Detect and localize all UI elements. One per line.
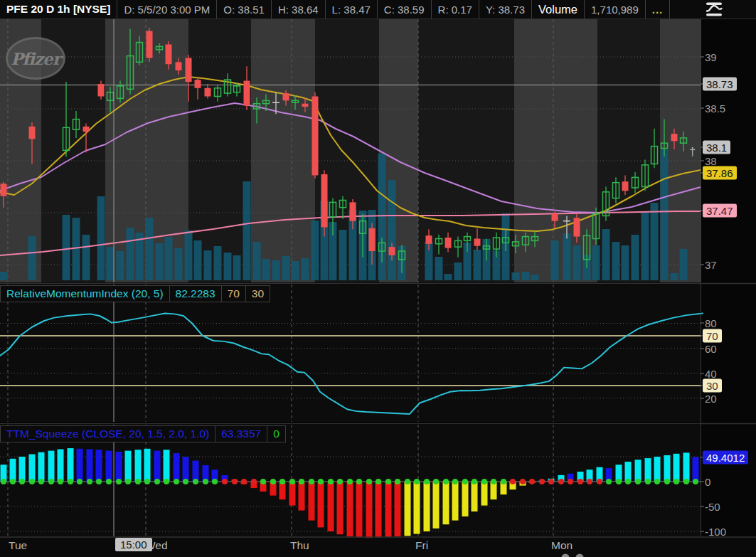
- price-axis-label: 39: [705, 52, 717, 63]
- open-field: O: 38.51: [217, 0, 272, 18]
- rmi-study-header: RelativeMomentumIndex (20, 5) 82.2283 70…: [0, 285, 270, 302]
- chart-header-bar: PFE 20 D 1h [NYSE] D: 5/5/20 3:00 PM O: …: [0, 0, 756, 19]
- last-price-marker: †: [689, 145, 696, 159]
- prev-close-field: Y: 38.73: [479, 0, 532, 18]
- ttm-study-header: TTM_Squeeze (CLOSE, 20, 1.5, 2.0, 1.0) 6…: [0, 425, 286, 442]
- time-axis-label: Mon: [551, 539, 573, 552]
- ttm-axis-label-bubble: 49.4012: [703, 451, 748, 465]
- datetime-field: D: 5/5/20 3:00 PM: [117, 0, 217, 18]
- ttm-axis-label: 0: [705, 477, 710, 487]
- ttm-axis-label: -50: [705, 502, 720, 512]
- chart-style-icon[interactable]: [703, 0, 725, 18]
- ttm-axis-label: -100: [705, 526, 726, 537]
- price-axis-label-bubble: 38.1: [703, 141, 730, 154]
- rmi-axis-label: 20: [705, 393, 717, 404]
- pfizer-watermark-logo: Pfizer: [6, 37, 65, 80]
- rmi-axis-label: 40: [705, 368, 717, 379]
- rmi-axis-label: 60: [705, 344, 717, 354]
- price-axis-label: 37: [705, 260, 717, 270]
- rmi-oversold-chip[interactable]: 30: [245, 285, 270, 302]
- ttm-zero-chip[interactable]: 0: [267, 425, 286, 442]
- rmi-axis-label-bubble: 30: [703, 379, 722, 393]
- rmi-axis-label: 80: [705, 318, 717, 329]
- price-axis-label: 38: [705, 156, 717, 166]
- high-field: H: 38.64: [272, 0, 326, 18]
- volume-label: Volume: [532, 0, 585, 18]
- time-axis-label: Fri: [415, 539, 428, 552]
- chart-canvas[interactable]: [0, 0, 756, 557]
- volume-value: 1,710,989: [585, 0, 646, 18]
- close-field: C: 38.59: [378, 0, 432, 18]
- trading-chart-window: PFE 20 D 1h [NYSE] D: 5/5/20 3:00 PM O: …: [0, 0, 756, 557]
- price-axis-label-bubble: 38.73: [703, 78, 737, 91]
- range-field: R: 0.17: [432, 0, 479, 18]
- ttm-title-chip[interactable]: TTM_Squeeze (CLOSE, 20, 1.5, 2.0, 1.0): [0, 425, 215, 442]
- price-axis-label-bubble: 37.47: [703, 204, 737, 218]
- rmi-overbought-chip[interactable]: 70: [221, 285, 246, 302]
- rmi-title-chip[interactable]: RelativeMomentumIndex (20, 5): [0, 285, 170, 302]
- price-axis-label-bubble: 37.86: [703, 166, 737, 180]
- rmi-axis-label-bubble: 70: [703, 329, 722, 343]
- rmi-value-chip: 82.2283: [169, 285, 222, 302]
- crosshair-time-label: 15:00: [115, 538, 152, 551]
- time-axis-label: Tue: [9, 539, 27, 552]
- time-axis-label: Thu: [290, 539, 309, 552]
- watermark-text: Pfizer: [11, 49, 60, 68]
- more-fields-button[interactable]: ...: [646, 0, 671, 18]
- low-field: L: 38.47: [326, 0, 378, 18]
- symbol-title[interactable]: PFE 20 D 1h [NYSE]: [0, 0, 117, 18]
- ttm-value-chip: 63.3357: [215, 425, 267, 442]
- price-axis-label: 38.5: [705, 103, 725, 114]
